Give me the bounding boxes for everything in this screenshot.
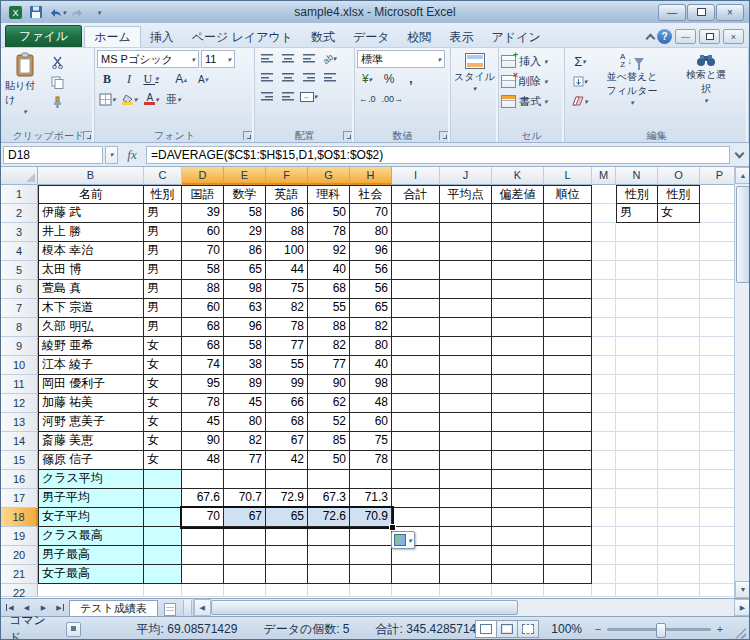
cell-N10[interactable] xyxy=(616,356,658,375)
cell-G3[interactable]: 78 xyxy=(308,223,350,242)
column-header-E[interactable]: E xyxy=(224,167,266,185)
cell-K19[interactable] xyxy=(492,527,544,546)
cell-F21[interactable] xyxy=(266,565,308,584)
cell-K10[interactable] xyxy=(492,356,544,375)
cell-I14[interactable] xyxy=(392,432,440,451)
cell-L14[interactable] xyxy=(544,432,592,451)
cell-I1[interactable]: 合計 xyxy=(392,185,440,204)
cell-M8[interactable] xyxy=(592,318,616,337)
percent-format-button[interactable]: % xyxy=(379,70,399,88)
cell-M22[interactable] xyxy=(592,584,616,597)
cell-O6[interactable] xyxy=(658,280,700,299)
select-all-corner[interactable] xyxy=(1,167,38,185)
cell-N16[interactable] xyxy=(616,470,658,489)
maximize-button[interactable] xyxy=(687,4,715,21)
cell-O2[interactable]: 女 xyxy=(658,204,700,223)
cell-F20[interactable] xyxy=(266,546,308,565)
page-layout-view-button[interactable] xyxy=(496,620,518,638)
cell-E7[interactable]: 63 xyxy=(224,299,266,318)
cell-N6[interactable] xyxy=(616,280,658,299)
cell-M6[interactable] xyxy=(592,280,616,299)
ribbon-tab-3[interactable]: ページ レイアウト xyxy=(183,27,302,47)
cell-C13[interactable]: 女 xyxy=(144,413,182,432)
font-dialog-launcher[interactable] xyxy=(243,131,252,140)
cell-B21[interactable]: 女子最高 xyxy=(38,565,144,584)
cell-D1[interactable]: 国語 xyxy=(182,185,224,204)
cell-D18[interactable]: 70 xyxy=(182,508,224,527)
row-header-19[interactable]: 19 xyxy=(1,527,38,546)
cell-J18[interactable] xyxy=(440,508,492,527)
cell-C20[interactable] xyxy=(144,546,182,565)
cell-N2[interactable]: 男 xyxy=(616,204,658,223)
cell-E13[interactable]: 80 xyxy=(224,413,266,432)
cell-H4[interactable]: 96 xyxy=(350,242,392,261)
cell-C2[interactable]: 男 xyxy=(144,204,182,223)
cell-N14[interactable] xyxy=(616,432,658,451)
cell-M5[interactable] xyxy=(592,261,616,280)
cell-L4[interactable] xyxy=(544,242,592,261)
cell-P4[interactable] xyxy=(700,242,734,261)
cell-G9[interactable]: 82 xyxy=(308,337,350,356)
cell-P2[interactable] xyxy=(700,204,734,223)
cell-N13[interactable] xyxy=(616,413,658,432)
cell-B5[interactable]: 太田 博 xyxy=(38,261,144,280)
row-header-3[interactable]: 3 xyxy=(1,223,38,242)
font-size-combo[interactable]: 11▾ xyxy=(201,50,235,68)
shrink-font-button[interactable]: A▾ xyxy=(193,70,213,88)
cell-D14[interactable]: 90 xyxy=(182,432,224,451)
cell-M2[interactable] xyxy=(592,204,616,223)
horizontal-scroll-thumb[interactable] xyxy=(211,600,518,615)
grow-font-button[interactable]: A▴ xyxy=(171,70,191,88)
cell-K13[interactable] xyxy=(492,413,544,432)
cell-C11[interactable]: 女 xyxy=(144,375,182,394)
cell-L18[interactable] xyxy=(544,508,592,527)
column-header-O[interactable]: O xyxy=(658,167,700,185)
cell-C7[interactable]: 男 xyxy=(144,299,182,318)
zoom-slider[interactable] xyxy=(607,628,711,631)
find-select-button[interactable]: 検索と選択 ▾ xyxy=(671,50,741,129)
cell-F14[interactable]: 67 xyxy=(266,432,308,451)
cell-D7[interactable]: 60 xyxy=(182,299,224,318)
excel-app-icon[interactable]: X xyxy=(6,4,24,21)
cell-J13[interactable] xyxy=(440,413,492,432)
number-format-combo[interactable]: 標準▾ xyxy=(357,50,445,68)
cell-K15[interactable] xyxy=(492,451,544,470)
cell-B22[interactable] xyxy=(38,584,144,597)
cell-O5[interactable] xyxy=(658,261,700,280)
row-header-4[interactable]: 4 xyxy=(1,242,38,261)
number-dialog-launcher[interactable] xyxy=(439,131,448,140)
cell-J2[interactable] xyxy=(440,204,492,223)
cell-D8[interactable]: 68 xyxy=(182,318,224,337)
cell-N19[interactable] xyxy=(616,527,658,546)
cell-E18[interactable]: 67 xyxy=(224,508,266,527)
cell-E15[interactable]: 77 xyxy=(224,451,266,470)
cell-J20[interactable] xyxy=(440,546,492,565)
cell-E19[interactable] xyxy=(224,527,266,546)
cell-O20[interactable] xyxy=(658,546,700,565)
cell-K7[interactable] xyxy=(492,299,544,318)
row-header-2[interactable]: 2 xyxy=(1,204,38,223)
zoom-level[interactable]: 100% xyxy=(551,622,582,636)
cell-K16[interactable] xyxy=(492,470,544,489)
cell-G1[interactable]: 理科 xyxy=(308,185,350,204)
row-header-21[interactable]: 21 xyxy=(1,565,38,584)
cell-I8[interactable] xyxy=(392,318,440,337)
cell-I16[interactable] xyxy=(392,470,440,489)
qat-customize-button[interactable]: ▾ xyxy=(90,4,108,21)
ribbon-tab-1[interactable]: ホーム xyxy=(84,26,141,47)
ribbon-tab-2[interactable]: 挿入 xyxy=(141,27,183,47)
cell-H6[interactable]: 56 xyxy=(350,280,392,299)
cell-I11[interactable] xyxy=(392,375,440,394)
cell-F1[interactable]: 英語 xyxy=(266,185,308,204)
cell-D10[interactable]: 74 xyxy=(182,356,224,375)
delete-cells-button[interactable]: 削除▾ xyxy=(501,72,562,90)
cell-P1[interactable] xyxy=(700,185,734,204)
cell-J15[interactable] xyxy=(440,451,492,470)
wrap-text-button[interactable] xyxy=(320,69,339,86)
cell-M18[interactable] xyxy=(592,508,616,527)
cell-E11[interactable]: 89 xyxy=(224,375,266,394)
cell-H16[interactable] xyxy=(350,470,392,489)
cell-B15[interactable]: 篠原 信子 xyxy=(38,451,144,470)
cell-B8[interactable]: 久部 明弘 xyxy=(38,318,144,337)
cell-J1[interactable]: 平均点 xyxy=(440,185,492,204)
